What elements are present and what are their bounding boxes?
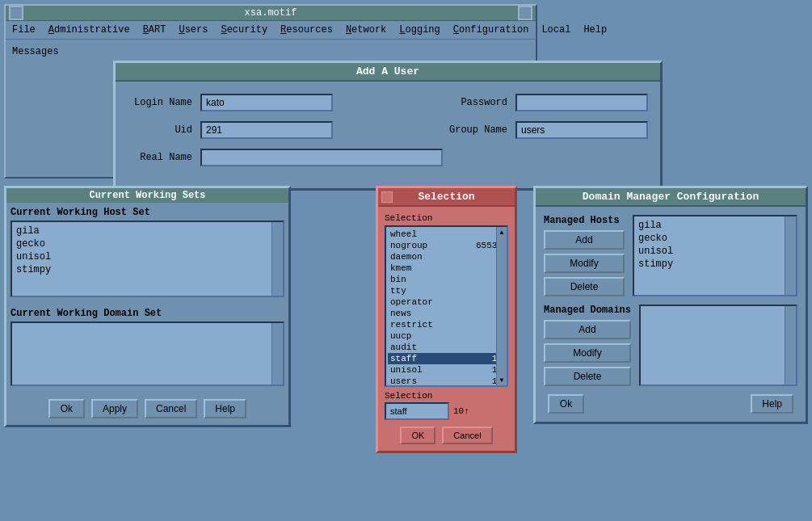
dmc-host-gecko[interactable]: gecko	[637, 232, 793, 245]
selection-body: Selection wheel0 nogroup65534 daemon1 km…	[378, 207, 515, 451]
selection-title-text: Selection	[418, 191, 474, 203]
menu-users[interactable]: Users	[176, 23, 210, 36]
uid-label: Uid	[128, 124, 192, 136]
menu-local[interactable]: Local	[539, 23, 573, 36]
host-gecko[interactable]: gecko	[15, 237, 280, 250]
sel-item-audit[interactable]: audit9	[388, 342, 505, 353]
menu-security[interactable]: Security	[218, 23, 270, 36]
selection-title: Selection	[378, 188, 515, 207]
real-name-row: Real Name	[128, 149, 648, 166]
sel-item-daemon[interactable]: daemon1	[388, 251, 505, 263]
sel-list-scrollbar[interactable]: ▲ ▼	[496, 227, 507, 385]
sel-item-nogroup[interactable]: nogroup65534	[388, 240, 505, 251]
managed-domains-list[interactable]	[639, 305, 797, 386]
menu-resources[interactable]: Resources	[278, 23, 335, 36]
sel-scroll-up-icon[interactable]: ▲	[500, 229, 504, 236]
password-input[interactable]	[515, 94, 648, 111]
cws-cancel-button[interactable]: Cancel	[145, 399, 197, 418]
sel-item-tty[interactable]: tty4	[388, 285, 505, 296]
dmc-bottom-row: Ok Help	[544, 394, 797, 414]
dmc-hosts-scrollbar[interactable]	[785, 216, 796, 295]
managed-hosts-modify-button[interactable]: Modify	[544, 254, 625, 273]
sel-list-inner: wheel0 nogroup65534 daemon1 kmem2 bin3 t…	[386, 227, 507, 387]
domain-set-label: Current Working Domain Set	[11, 308, 284, 319]
sel-item-bin[interactable]: bin3	[388, 274, 505, 285]
managed-hosts-section: Managed Hosts Add Modify Delete gila gec…	[544, 215, 797, 296]
sel-item-kmem[interactable]: kmem2	[388, 263, 505, 274]
managed-domains-delete-button[interactable]: Delete	[544, 367, 631, 386]
login-name-label: Login Name	[128, 97, 192, 108]
sel-list[interactable]: wheel0 nogroup65534 daemon1 kmem2 bin3 t…	[385, 225, 508, 387]
real-name-input[interactable]	[200, 149, 443, 166]
host-set-label: Current Working Host Set	[11, 207, 284, 218]
sel-item-staff[interactable]: staff10	[388, 353, 505, 364]
sel-item-wheel[interactable]: wheel0	[388, 229, 505, 240]
sel-input[interactable]	[385, 402, 449, 420]
sel-item-uucp[interactable]: uucp8	[388, 330, 505, 342]
managed-hosts-buttons: Add Modify Delete	[544, 230, 625, 296]
menu-file[interactable]: File	[10, 23, 38, 36]
cws-button-row: Ok Apply Cancel Help	[6, 393, 288, 425]
messages-label: Messages	[12, 46, 59, 57]
managed-domains-buttons: Add Modify Delete	[544, 320, 631, 386]
sel-item-operator[interactable]: operator5	[388, 296, 505, 308]
domain-set-section: Current Working Domain Set	[6, 304, 288, 393]
login-name-row: Login Name Password	[128, 94, 648, 111]
selection-dialog: Selection Selection wheel0 nogroup65534 …	[376, 186, 517, 453]
menu-logging[interactable]: Logging	[397, 23, 442, 36]
domain-list-scrollbar[interactable]	[271, 323, 283, 384]
login-name-input[interactable]	[200, 94, 333, 111]
host-gila[interactable]: gila	[15, 225, 280, 237]
real-name-label: Real Name	[128, 152, 192, 163]
dmc-title: Domain Manager Configuration	[536, 188, 806, 207]
sel-item-users[interactable]: users15	[388, 376, 505, 387]
uid-input[interactable]	[200, 121, 333, 139]
managed-hosts-add-button[interactable]: Add	[544, 230, 625, 250]
dmc-host-stimpy[interactable]: stimpy	[637, 258, 793, 271]
sel-cancel-button[interactable]: Cancel	[442, 426, 492, 444]
add-user-dialog: Add A User Login Name Password Uid Group…	[113, 61, 663, 191]
host-unisol[interactable]: unisol	[15, 250, 280, 263]
add-user-body: Login Name Password Uid Group Name Real …	[116, 82, 660, 188]
dmc-host-gila[interactable]: gila	[637, 219, 793, 232]
sel-id-display: 10↑	[453, 406, 469, 416]
menu-configuration[interactable]: Configuration	[451, 23, 532, 36]
managed-domains-add-button[interactable]: Add	[544, 320, 631, 339]
cws-apply-button[interactable]: Apply	[91, 399, 138, 418]
managed-domains-label: Managed Domains	[544, 305, 631, 316]
managed-hosts-list[interactable]: gila gecko unisol stimpy	[633, 215, 797, 296]
password-label: Password	[443, 97, 507, 108]
menu-bart[interactable]: BART	[141, 23, 169, 36]
menu-network[interactable]: Network	[343, 23, 389, 36]
dmc-body: Managed Hosts Add Modify Delete gila gec…	[536, 207, 806, 422]
managed-hosts-delete-button[interactable]: Delete	[544, 277, 625, 296]
cws-dialog: Current Working Sets Current Working Hos…	[4, 186, 291, 427]
sel-item-unisol[interactable]: unisol13	[388, 364, 505, 376]
host-list-scrollbar[interactable]	[271, 222, 283, 296]
sel-item-restrict[interactable]: restrict7	[388, 319, 505, 330]
menu-administrative[interactable]: Administrative	[46, 23, 133, 36]
host-set-list[interactable]: gila gecko unisol stimpy	[11, 221, 284, 297]
dmc-help-button[interactable]: Help	[751, 394, 793, 414]
domain-set-list[interactable]	[11, 321, 284, 386]
menu-help[interactable]: Help	[581, 23, 609, 36]
main-window-title: xsa.motif	[245, 7, 297, 19]
managed-hosts-label: Managed Hosts	[544, 215, 625, 226]
host-set-section: Current Working Host Set gila gecko unis…	[6, 203, 288, 304]
cws-ok-button[interactable]: Ok	[48, 399, 85, 418]
sel-input-label: Selection	[385, 391, 508, 401]
dmc-dialog: Domain Manager Configuration Managed Hos…	[533, 186, 808, 424]
cws-help-button[interactable]: Help	[204, 399, 246, 418]
group-name-input[interactable]	[515, 121, 648, 139]
sel-item-news[interactable]: news6	[388, 308, 505, 319]
sel-section-label: Selection	[385, 213, 508, 223]
dmc-host-unisol[interactable]: unisol	[637, 245, 793, 258]
dmc-domains-scrollbar[interactable]	[785, 306, 796, 384]
menu-bar: File Administrative BART Users Security …	[6, 21, 536, 40]
host-stimpy[interactable]: stimpy	[15, 263, 280, 276]
managed-domains-modify-button[interactable]: Modify	[544, 343, 631, 363]
add-user-title: Add A User	[116, 63, 660, 82]
dmc-ok-button[interactable]: Ok	[548, 394, 584, 414]
sel-scroll-down-icon[interactable]: ▼	[500, 376, 504, 384]
sel-ok-button[interactable]: OK	[400, 426, 435, 444]
